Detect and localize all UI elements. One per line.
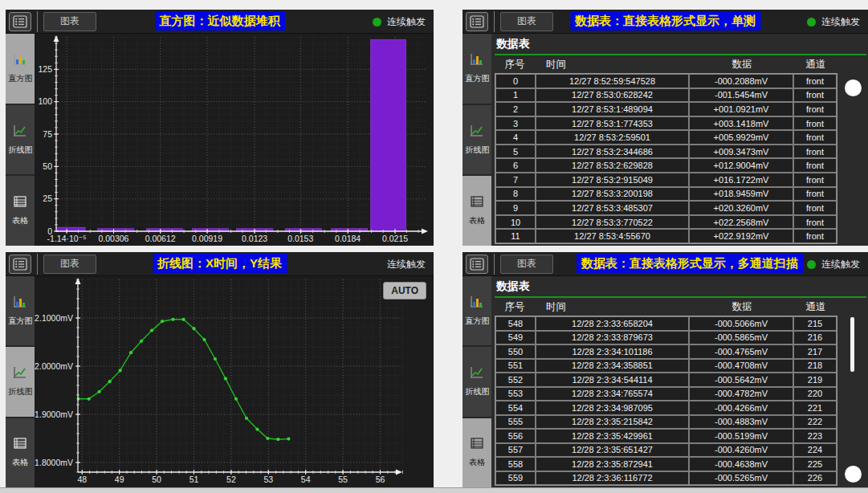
sidebar-item-label: 表格 <box>469 215 485 226</box>
table-cell: 550 <box>495 344 536 359</box>
table-row[interactable]: 1112/27 8:53:4:55670+022.9192mVfront <box>495 229 837 243</box>
sidebar-item-table[interactable]: 表格 <box>6 176 35 246</box>
sidebar-item-histogram[interactable]: 直方图 <box>463 276 491 345</box>
table-cell: 221 <box>793 401 837 415</box>
table-row[interactable]: 912/27 8:53:3:485307+020.3260mVfront <box>495 201 837 215</box>
table-cell: 12/27 8:53:4:55670 <box>536 229 689 243</box>
table-row[interactable]: 412/27 8:53:2:59501+005.9929mVfront <box>495 130 837 145</box>
table-icon <box>470 437 484 450</box>
table-cell: front <box>793 74 837 88</box>
table-row[interactable]: 55212/28 2:3:34:544114-000.5642mV219 <box>495 373 837 387</box>
view-sidebar: 直方图 折线图 表格 <box>6 34 35 246</box>
trigger-status[interactable]: 连续触发 <box>807 252 860 276</box>
sidebar-item-linechart[interactable]: 折线图 <box>6 105 35 175</box>
menu-button[interactable] <box>9 12 31 31</box>
table-row[interactable]: 54812/28 2:3:33:658204-000.5066mV215 <box>495 316 837 331</box>
svg-text:51: 51 <box>189 475 199 484</box>
table-cell: -000.2088mV <box>689 74 793 88</box>
table-row[interactable]: 212/27 8:53:1:489094+001.0921mVfront <box>495 102 837 116</box>
data-table-area: 数据表 序号 时间 数据 通道 54812/28 2:3:33:658204-0… <box>491 276 868 487</box>
histogram-icon <box>13 53 27 67</box>
table-cell: -000.4708mV <box>689 359 793 373</box>
trigger-label: 连续触发 <box>821 15 860 29</box>
table-cell: 12/27 8:53:3:485307 <box>536 201 689 215</box>
table-cell: 12/28 2:3:33:879673 <box>536 331 689 345</box>
sidebar-item-linechart[interactable]: 折线图 <box>6 347 35 416</box>
menu-button[interactable] <box>466 12 488 31</box>
col-header-time: 时间 <box>535 58 690 71</box>
svg-text:0.00919: 0.00919 <box>192 234 222 243</box>
table-cell: 12/28 2:3:34:987095 <box>536 401 689 415</box>
table-cell: 9 <box>495 201 536 215</box>
header-divider <box>494 254 495 275</box>
table-cell: front <box>793 187 837 202</box>
menu-button[interactable] <box>466 255 488 274</box>
table-cell: 554 <box>495 401 536 415</box>
table-row[interactable]: 712/27 8:53:2:915049+016.1722mVfront <box>495 173 837 187</box>
tab-chart[interactable]: 图表 <box>43 255 96 274</box>
table-cell: front <box>793 158 837 173</box>
svg-text:55: 55 <box>338 475 348 484</box>
list-menu-icon <box>13 258 27 271</box>
table-row[interactable]: 612/27 8:53:2:629828+012.9004mVfront <box>495 158 837 173</box>
scrollbar-thumb[interactable] <box>845 466 862 483</box>
tab-chart[interactable]: 图表 <box>500 12 553 31</box>
sidebar-item-table[interactable]: 表格 <box>463 418 491 487</box>
sidebar-item-histogram[interactable]: 直方图 <box>6 34 35 104</box>
sidebar-item-table[interactable]: 表格 <box>463 176 491 246</box>
table-row[interactable]: 1012/27 8:53:3:770522+022.2568mVfront <box>495 215 837 230</box>
line-chart-area: 21.8000mV21.9000mV22.0000mV22.1000mV4849… <box>35 276 434 487</box>
sidebar-item-linechart[interactable]: 折线图 <box>463 347 491 416</box>
table-row[interactable]: 55412/28 2:3:34:987095-000.4266mV221 <box>495 401 837 415</box>
menu-button[interactable] <box>9 255 31 274</box>
svg-text:75: 75 <box>43 129 52 139</box>
tab-chart[interactable]: 图表 <box>500 255 553 274</box>
table-row[interactable]: 812/27 8:53:3:200198+018.9459mVfront <box>495 187 837 202</box>
table-cell: 558 <box>495 457 536 471</box>
table-row[interactable]: 54912/28 2:3:33:879673-000.5865mV216 <box>495 331 837 345</box>
table-row[interactable]: 55312/28 2:3:34:765574-000.4782mV220 <box>495 387 837 401</box>
sidebar-item-linechart[interactable]: 折线图 <box>463 105 491 175</box>
table-cell: 4 <box>495 130 536 145</box>
svg-text:21.8000mV: 21.8000mV <box>35 458 73 467</box>
table-row[interactable]: 112/27 8:53:0:628242-001.5454mVfront <box>495 88 837 103</box>
table-row[interactable]: 512/27 8:53:2:344686+009.3473mVfront <box>495 145 837 159</box>
trigger-status[interactable]: 连续触发 <box>807 10 860 34</box>
table-cell: 12/27 8:53:3:200198 <box>536 187 689 202</box>
histogram-plot: 0255075100125-1.14·10⁻⁵0.003060.006120.0… <box>35 34 434 246</box>
table-cell: 557 <box>495 443 536 458</box>
sidebar-item-table[interactable]: 表格 <box>6 418 35 487</box>
scrollbar-thumb[interactable] <box>845 79 862 96</box>
histogram-icon <box>470 53 484 67</box>
table-row[interactable]: 55612/28 2:3:35:429961-000.5199mV223 <box>495 429 837 443</box>
table-row[interactable]: 55812/28 2:3:35:872941-000.4638mV225 <box>495 457 837 471</box>
table-cell: 7 <box>495 173 536 187</box>
view-sidebar: 直方图 折线图 表格 <box>6 276 35 487</box>
trigger-status[interactable]: 连续触发 <box>387 252 426 276</box>
sidebar-item-label: 折线图 <box>465 386 489 397</box>
table-row[interactable]: 55512/28 2:3:35:215842-000.4883mV222 <box>495 415 837 430</box>
auto-scale-button[interactable]: AUTO <box>383 282 426 299</box>
svg-text:48: 48 <box>77 475 87 484</box>
sidebar-item-label: 表格 <box>12 215 28 226</box>
table-row[interactable]: 55712/28 2:3:35:651427-000.4260mV224 <box>495 443 837 458</box>
sidebar-item-histogram[interactable]: 直方图 <box>6 276 35 345</box>
table-row[interactable]: 012/27 8:52:59:547528-000.2088mVfront <box>495 74 837 88</box>
table-row[interactable]: 55112/28 2:3:34:358851-000.4708mV218 <box>495 359 837 373</box>
trigger-status[interactable]: 连续触发 <box>373 10 426 34</box>
svg-text:22.0000mV: 22.0000mV <box>35 361 73 371</box>
table-cell: 12/28 2:3:35:215842 <box>536 415 689 430</box>
line-chart-icon <box>13 366 27 380</box>
panel-table-multi: 图表 数据表：直接表格形式显示，多通道扫描 连续触发 直方图 折线图 表格 <box>463 252 868 487</box>
table-cell: -000.5865mV <box>689 331 793 345</box>
histogram-chart-area: 0255075100125-1.14·10⁻⁵0.003060.006120.0… <box>35 34 434 246</box>
sidebar-item-histogram[interactable]: 直方图 <box>463 34 491 104</box>
svg-text:56: 56 <box>376 475 385 484</box>
table-row[interactable]: 312/27 8:53:1:774353+003.1418mVfront <box>495 116 837 131</box>
table-row[interactable]: 55912/28 2:3:36:116772-000.5265mV226 <box>495 471 837 486</box>
app-window: 图表 直方图：近似数据堆积 连续触发 直方图 折线图 表格 <box>0 0 868 493</box>
table-row[interactable]: 55012/28 2:3:34:101186-000.4765mV217 <box>495 344 837 359</box>
tab-chart[interactable]: 图表 <box>43 12 96 31</box>
scrollbar-track[interactable] <box>850 317 854 372</box>
table-cell: -000.4260mV <box>689 443 793 458</box>
